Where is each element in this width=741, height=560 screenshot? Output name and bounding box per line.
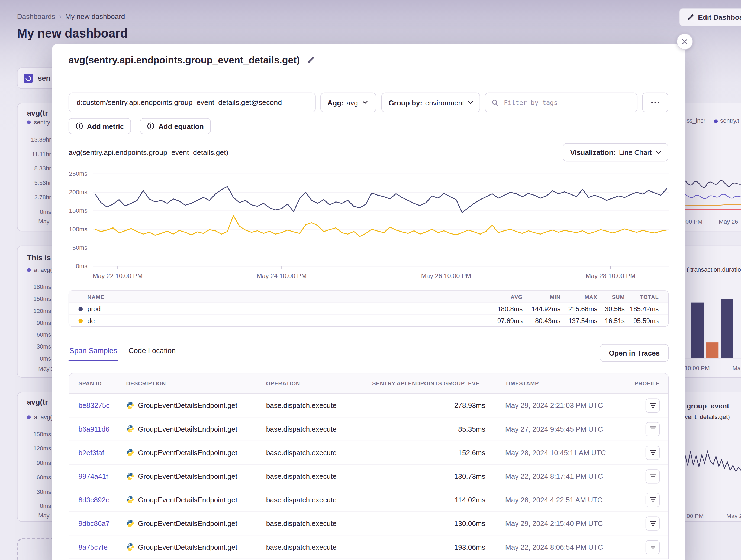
summary-header-row: NAME AVG MIN MAX SUM TOTAL — [69, 291, 668, 303]
y-axis-tick: 50ms — [64, 244, 87, 252]
x-axis-tick: May 22 10:00 PM — [75, 272, 160, 279]
chevron-down-icon — [656, 150, 661, 154]
app-root: Dashboards › My new dashboard My new das… — [0, 0, 741, 560]
table-row: 9974a41f GroupEventDetailsEndpoint.get b… — [69, 465, 668, 488]
y-axis-tick: 150ms — [64, 206, 87, 215]
span-samples-table: SPAN ID DESCRIPTION OPERATION SENTRY.API… — [69, 373, 669, 559]
span-id-link[interactable]: 8d3c892e — [78, 496, 126, 504]
chart-series-label: avg(sentry.api.endpoints.group_event_det… — [69, 148, 228, 157]
aggregate-select[interactable]: Agg: avg — [320, 93, 376, 112]
modal-title: avg(sentry.api.endpoints.group_event_det… — [69, 55, 300, 66]
add-equation-button[interactable]: Add equation — [140, 118, 211, 134]
edit-dashboard-button[interactable]: Edit Dashboard — [679, 8, 741, 26]
add-metric-button[interactable]: Add metric — [69, 118, 131, 134]
profile-button[interactable] — [646, 493, 660, 507]
chart-grid — [93, 174, 669, 269]
bar — [691, 303, 703, 358]
x-axis-tick: May 28 10:00 PM — [568, 272, 653, 279]
page-title: My new dashboard — [17, 26, 128, 41]
ellipsis-icon — [651, 101, 659, 103]
span-id-link[interactable]: 9dbc86a7 — [78, 519, 126, 528]
tag-filter-input[interactable] — [503, 98, 631, 107]
profile-icon — [650, 544, 656, 550]
python-icon — [126, 496, 134, 504]
pencil-icon — [687, 14, 694, 21]
profile-button[interactable] — [646, 446, 660, 460]
series-color-dot — [27, 268, 30, 272]
y-axis-tick: 0ms — [64, 262, 87, 270]
chevron-down-icon — [468, 100, 473, 104]
tab-code-location[interactable]: Code Location — [127, 341, 177, 361]
pencil-icon — [307, 56, 315, 64]
y-axis-tick: 100ms — [64, 225, 87, 234]
series-color-dot — [27, 415, 30, 419]
x-axis-tick: May 24 10:00 PM — [239, 272, 324, 279]
span-id-link[interactable]: b6a911d6 — [78, 425, 126, 433]
span-id-link[interactable]: 8a75c7fe — [78, 543, 126, 551]
tab-span-samples[interactable]: Span Samples — [69, 341, 118, 361]
series-color-dot — [714, 119, 718, 123]
table-row: 9dbc86a7 GroupEventDetailsEndpoint.get b… — [69, 512, 668, 535]
python-icon — [126, 543, 134, 551]
profile-icon — [650, 402, 656, 409]
tabs: Span Samples Code Location — [69, 341, 587, 361]
python-icon — [126, 425, 134, 433]
plus-circle-icon — [147, 123, 155, 130]
metric-query-input[interactable] — [69, 93, 316, 112]
span-id-link[interactable]: be83275c — [78, 401, 126, 409]
profile-button[interactable] — [646, 516, 660, 531]
close-button[interactable] — [677, 33, 693, 50]
python-icon — [126, 449, 134, 457]
close-icon — [682, 39, 688, 45]
python-icon — [126, 472, 134, 480]
profile-icon — [650, 520, 656, 527]
bar — [706, 342, 718, 358]
summary-row[interactable]: prod 180.8ms 144.92ms 215.68ms 30.56s 18… — [69, 303, 668, 314]
chevron-down-icon — [363, 100, 368, 104]
y-axis-tick: 200ms — [64, 188, 87, 196]
span-id-link[interactable]: 9974a41f — [78, 472, 126, 480]
breadcrumb: Dashboards › My new dashboard — [17, 12, 125, 20]
search-icon — [492, 99, 499, 106]
series-color-dot — [78, 318, 83, 323]
bar — [721, 299, 733, 358]
x-axis-tick: May 26 10:00 PM — [404, 272, 489, 279]
group-by-select[interactable]: Group by: environment — [381, 93, 480, 112]
y-axis-tick: 250ms — [64, 169, 87, 178]
series-color-dot — [27, 121, 30, 124]
sentry-logo-icon — [23, 73, 33, 83]
more-options-button[interactable] — [642, 93, 668, 112]
table-row: 8a75c7fe GroupEventDetailsEndpoint.get b… — [69, 535, 668, 559]
profile-button[interactable] — [646, 422, 660, 436]
line-chart[interactable] — [93, 170, 669, 270]
profile-button[interactable] — [646, 398, 660, 412]
chart-series — [95, 186, 667, 237]
series-color-dot — [78, 307, 83, 311]
tag-filter — [485, 93, 637, 112]
metric-details-modal: avg(sentry.api.endpoints.group_event_det… — [52, 44, 685, 560]
summary-row[interactable]: de 97.69ms 80.43ms 137.54ms 16.51s 95.59… — [69, 314, 668, 326]
breadcrumb-root[interactable]: Dashboards — [17, 12, 55, 20]
profile-icon — [650, 426, 656, 432]
python-icon — [126, 401, 134, 409]
breadcrumb-separator-icon: › — [59, 12, 62, 20]
table-row: b2ef3faf GroupEventDetailsEndpoint.get b… — [69, 441, 668, 465]
plus-circle-icon — [76, 123, 83, 130]
span-id-link[interactable]: b2ef3faf — [78, 449, 126, 457]
samples-header-row: SPAN ID DESCRIPTION OPERATION SENTRY.API… — [69, 374, 668, 394]
visualization-select[interactable]: Visualization: Line Chart — [563, 143, 668, 161]
table-row: b6a911d6 GroupEventDetailsEndpoint.get b… — [69, 417, 668, 441]
python-icon — [126, 519, 134, 528]
profile-icon — [650, 473, 656, 479]
edit-title-button[interactable] — [307, 55, 316, 65]
breadcrumb-current: My new dashboard — [65, 12, 125, 20]
profile-button[interactable] — [646, 540, 660, 554]
profile-icon — [650, 450, 656, 456]
table-row: 8d3c892e GroupEventDetailsEndpoint.get b… — [69, 488, 668, 512]
series-summary-table: NAME AVG MIN MAX SUM TOTAL prod 180.8ms … — [69, 290, 669, 327]
table-row: be83275c GroupEventDetailsEndpoint.get b… — [69, 394, 668, 417]
samples-toolbar: Span Samples Code Location Open in Trace… — [69, 341, 669, 363]
open-in-traces-button[interactable]: Open in Traces — [600, 344, 669, 362]
profile-icon — [650, 497, 656, 503]
profile-button[interactable] — [646, 469, 660, 483]
